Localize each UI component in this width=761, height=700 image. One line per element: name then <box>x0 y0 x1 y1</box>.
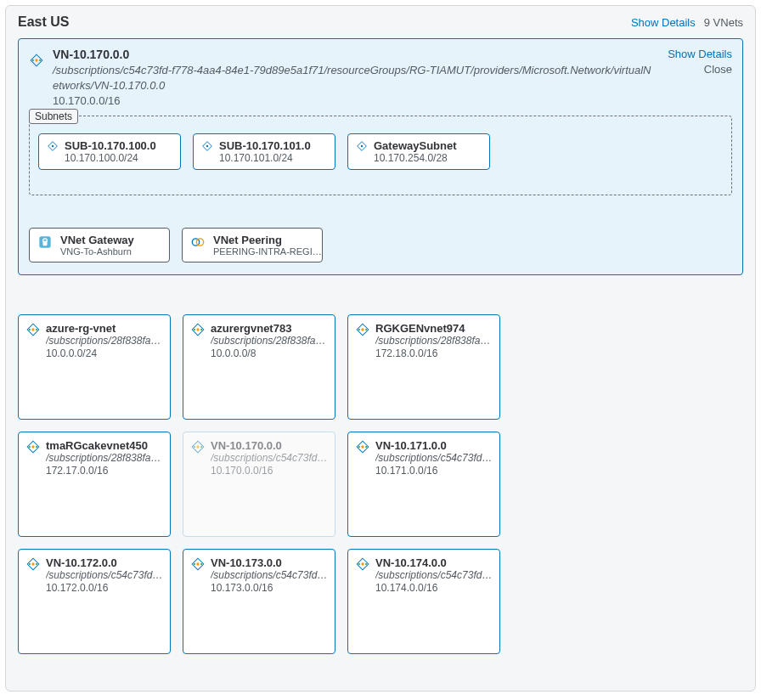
vnet-card[interactable]: azurergvnet783/subscriptions/28f838fa-8e… <box>183 314 335 420</box>
vnet-cidr: 10.0.0.0/8 <box>211 347 328 359</box>
vnet-subscription: /subscriptions/c54c73fd-f778-... <box>375 452 493 464</box>
vnet-icon <box>190 322 206 337</box>
subnet-icon <box>355 139 369 153</box>
vnet-cidr: 10.173.0.0/16 <box>211 582 328 594</box>
vnet-icon <box>25 439 41 454</box>
vnet-icon <box>25 322 41 337</box>
vnet-card[interactable]: VN-10.170.0.0/subscriptions/c54c73fd-f77… <box>183 432 335 537</box>
region-title: East US <box>18 14 69 30</box>
vnet-subscription: /subscriptions/28f838fa-8efb-... <box>375 335 493 347</box>
vnet-card[interactable]: VN-10.171.0.0/subscriptions/c54c73fd-f77… <box>347 432 500 537</box>
vnet-card[interactable]: azure-rg-vnet/subscriptions/28f838fa-8ef… <box>18 314 171 420</box>
subnet-cidr: 10.170.254.0/28 <box>374 152 457 164</box>
vnet-card[interactable]: VN-10.173.0.0/subscriptions/c54c73fd-f77… <box>183 549 335 654</box>
subnet-name: GatewaySubnet <box>374 139 457 152</box>
vnet-name: VN-10.174.0.0 <box>375 556 493 569</box>
detail-show-details-link[interactable]: Show Details <box>668 48 732 61</box>
vnet-subscription: /subscriptions/c54c73fd-f778-... <box>46 569 163 581</box>
vnet-gateway-card[interactable]: VNet GatewayVNG-To-Ashburn <box>29 228 170 262</box>
vnet-subscription: /subscriptions/28f838fa-8efb-... <box>211 335 328 347</box>
vnet-icon <box>190 439 206 454</box>
vnet-icon <box>25 556 41 572</box>
vnet-cidr: 10.0.0.0/24 <box>46 347 163 359</box>
vnet-icon <box>190 556 206 572</box>
resource-sub: PEERING-INTRA-REGION <box>213 246 325 257</box>
subnet-card[interactable]: SUB-10.170.100.010.170.100.0/24 <box>38 133 181 170</box>
vnet-icon <box>355 556 370 572</box>
vnet-icon <box>29 53 44 68</box>
vnet-subscription: /subscriptions/c54c73fd-f778-... <box>211 452 328 464</box>
detail-close-link[interactable]: Close <box>668 63 732 76</box>
vnet-subscription: /subscriptions/c54c73fd-f778-... <box>375 569 493 581</box>
vnet-name: azurergvnet783 <box>211 322 328 335</box>
vnet-cidr: 10.171.0.0/16 <box>375 465 493 477</box>
subnet-cidr: 10.170.101.0/24 <box>219 152 311 164</box>
detail-vnet-name: VN-10.170.0.0 <box>53 48 652 61</box>
resource-name: VNet Peering <box>213 234 325 246</box>
subnet-name: SUB-10.170.101.0 <box>219 139 311 152</box>
subnets-group: Subnets SUB-10.170.100.010.170.100.0/24S… <box>29 116 732 195</box>
vnet-subscription: /subscriptions/28f838fa-8efb-... <box>46 335 163 347</box>
resource-sub: VNG-To-Ashburn <box>60 246 134 257</box>
subnet-cidr: 10.170.100.0/24 <box>65 152 156 164</box>
detail-resource-id: /subscriptions/c54c73fd-f778-4aa4-84e1-7… <box>53 63 652 93</box>
vnet-detail-panel: VN-10.170.0.0 /subscriptions/c54c73fd-f7… <box>18 38 743 275</box>
vnet-name: RGKGENvnet974 <box>375 322 493 335</box>
vnet-card[interactable]: tmaRGcakevnet450/subscriptions/28f838fa-… <box>18 432 171 537</box>
detail-cidr: 10.170.0.0/16 <box>53 94 652 107</box>
vnet-name: VN-10.171.0.0 <box>375 439 493 452</box>
vnet-grid: azure-rg-vnet/subscriptions/28f838fa-8ef… <box>18 314 743 654</box>
gateway-icon <box>37 234 54 251</box>
vnet-cidr: 10.172.0.0/16 <box>46 582 163 594</box>
vnet-name: tmaRGcakevnet450 <box>46 439 163 452</box>
vnet-cidr: 10.170.0.0/16 <box>211 465 328 477</box>
vnet-icon <box>355 439 370 454</box>
vnet-cidr: 172.18.0.0/16 <box>375 347 493 359</box>
vnet-card[interactable]: VN-10.172.0.0/subscriptions/c54c73fd-f77… <box>18 549 171 654</box>
vnet-cidr: 172.17.0.0/16 <box>46 465 163 477</box>
resource-name: VNet Gateway <box>60 234 134 246</box>
vnet-name: azure-rg-vnet <box>46 322 163 335</box>
subnet-icon <box>46 139 59 153</box>
vnet-name: VN-10.173.0.0 <box>211 556 328 569</box>
vnet-subscription: /subscriptions/28f838fa-8efb-... <box>46 452 163 464</box>
region-vnet-count: 9 VNets <box>704 16 743 29</box>
vnet-card[interactable]: RGKGENvnet974/subscriptions/28f838fa-8ef… <box>347 314 500 420</box>
region-header: East US Show Details 9 VNets <box>18 13 743 35</box>
region-card: East US Show Details 9 VNets VN-10.170.0… <box>5 5 756 692</box>
vnet-icon <box>355 322 370 337</box>
peering-icon <box>189 234 206 251</box>
subnets-label: Subnets <box>29 109 78 124</box>
vnet-cidr: 10.174.0.0/16 <box>375 582 493 594</box>
region-show-details-link[interactable]: Show Details <box>631 16 696 29</box>
subnet-name: SUB-10.170.100.0 <box>65 139 156 152</box>
vnet-name: VN-10.170.0.0 <box>211 439 328 452</box>
vnet-peering-card[interactable]: VNet PeeringPEERING-INTRA-REGION <box>182 228 323 262</box>
vnet-card[interactable]: VN-10.174.0.0/subscriptions/c54c73fd-f77… <box>347 549 500 654</box>
vnet-subscription: /subscriptions/c54c73fd-f778-... <box>211 569 328 581</box>
subnet-card[interactable]: GatewaySubnet10.170.254.0/28 <box>347 133 490 170</box>
vnet-name: VN-10.172.0.0 <box>46 556 163 569</box>
subnet-card[interactable]: SUB-10.170.101.010.170.101.0/24 <box>193 133 335 170</box>
subnet-icon <box>200 139 214 153</box>
